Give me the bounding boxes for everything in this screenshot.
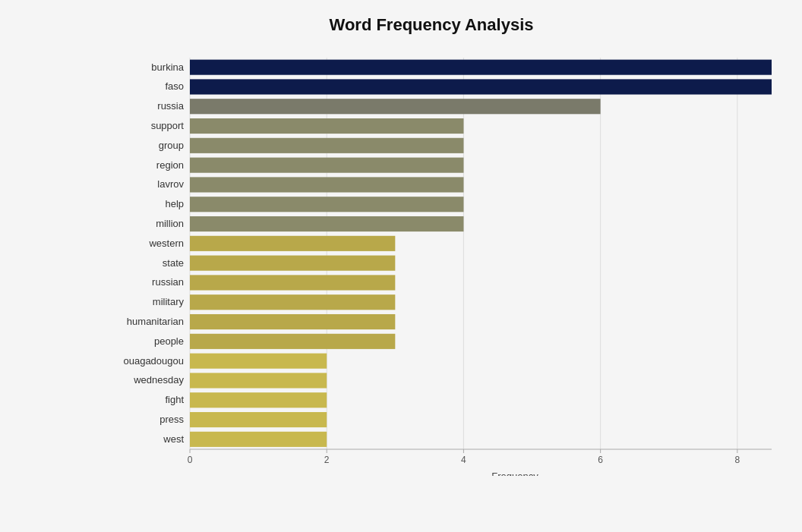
x-tick-4: 4 [461, 455, 466, 465]
bar-label-humanitarian: humanitarian [127, 316, 184, 327]
bar-group [190, 138, 463, 153]
bar-label-group: group [159, 140, 184, 151]
bar-humanitarian [190, 314, 395, 329]
x-tick-6: 6 [598, 455, 603, 465]
bar-wednesday [190, 373, 327, 388]
bar-label-state: state [163, 257, 184, 269]
bar-western [190, 236, 395, 251]
bar-chart-svg: burkinafasorussiasupportgroupregionlavro… [91, 50, 772, 476]
bar-ouagadougou [190, 354, 327, 369]
chart-title: Word Frequency Analysis [91, 15, 772, 35]
svg-rect-0 [190, 58, 772, 449]
chart-container: Word Frequency Analysis burkinafasorussi… [0, 0, 802, 532]
bar-label-russian: russian [152, 276, 184, 288]
bar-label-people: people [154, 335, 184, 347]
bar-label-military: military [153, 296, 185, 307]
bar-label-press: press [159, 414, 184, 425]
bar-label-burkina: burkina [151, 61, 184, 73]
bar-million [190, 216, 463, 231]
bar-region [190, 158, 463, 173]
bar-russian [190, 275, 395, 290]
x-tick-2: 2 [324, 455, 330, 465]
bar-label-support: support [151, 120, 185, 131]
bar-burkina [190, 60, 772, 75]
bar-label-russia: russia [157, 100, 184, 112]
bar-military [190, 294, 395, 310]
bar-west [190, 432, 327, 447]
bar-support [190, 118, 463, 134]
bar-faso [190, 79, 772, 94]
bar-help [190, 197, 463, 212]
bar-label-region: region [156, 159, 184, 171]
bar-label-west: west [163, 433, 184, 445]
bar-label-faso: faso [165, 80, 184, 92]
x-tick-0: 0 [188, 455, 193, 465]
bar-label-lavrov: lavrov [157, 178, 184, 190]
bar-state [190, 256, 395, 271]
bar-russia [190, 99, 601, 114]
bar-label-help: help [165, 198, 184, 209]
x-axis-label: Frequency [491, 471, 538, 476]
bar-people [190, 334, 395, 349]
bar-fight [190, 392, 327, 408]
bar-label-million: million [156, 218, 184, 229]
bar-lavrov [190, 177, 463, 192]
bar-label-ouagadougou: ouagadougou [123, 355, 184, 367]
x-tick-8: 8 [734, 455, 740, 465]
bar-press [190, 412, 327, 427]
bar-label-fight: fight [165, 394, 184, 405]
bar-label-wednesday: wednesday [133, 374, 184, 386]
bar-label-western: western [148, 238, 184, 249]
